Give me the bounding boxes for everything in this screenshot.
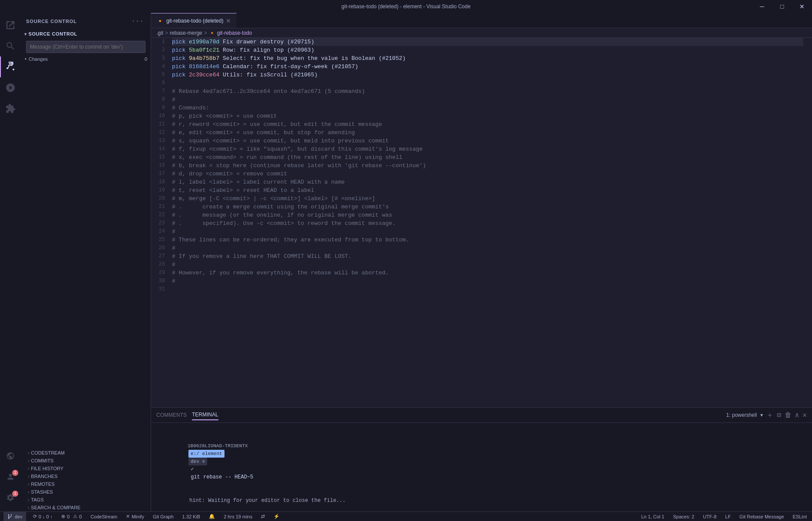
position-label: Ln 1, Col 1 — [641, 514, 664, 519]
sync-icon: ⟳ — [33, 514, 37, 519]
filesize-value: 1.32 KiB — [182, 514, 201, 519]
terminal-instance-dropdown[interactable]: ▾ — [760, 412, 763, 418]
activity-extensions[interactable] — [0, 98, 21, 119]
source-control-section-header[interactable]: ▾ SOURCE CONTROL — [21, 30, 151, 38]
status-bar: dev ⟳ 0 ↓ 0 ↑ ⊗ 0 ⚠ 0 CodeStream ✕ Minif… — [0, 511, 812, 521]
code-line-6 — [172, 79, 803, 87]
breadcrumb: .git > rebase-merge > 🔸 git-rebase-todo — [151, 28, 812, 38]
maximize-button[interactable]: □ — [772, 0, 792, 13]
terminal-add-button[interactable]: ＋ — [766, 411, 773, 420]
status-time[interactable]: 2 hrs 19 mins — [222, 512, 254, 521]
source-control-title: SOURCE CONTROL — [29, 31, 77, 36]
code-line-18: # l, label <label> = label current HEAD … — [172, 178, 803, 186]
activity-search[interactable] — [0, 36, 21, 56]
breadcrumb-file[interactable]: git-rebase-todo — [217, 30, 252, 36]
code-line-26: # — [172, 244, 803, 252]
code-line-22: # . message (or the oneline, if no origi… — [172, 211, 803, 219]
sidebar: SOURCE CONTROL ··· ▾ SOURCE CONTROL ▾ Ch… — [21, 13, 151, 511]
warning-icon: ⚠ — [73, 514, 77, 519]
sidebar-item-codestream[interactable]: › CODESTREAM — [21, 449, 151, 457]
terminal-trash-button[interactable]: 🗑 — [785, 411, 792, 419]
chevron-down-icon: ▾ — [24, 32, 27, 36]
tab-comments[interactable]: COMMENTS — [156, 410, 187, 420]
activity-remote[interactable] — [0, 445, 21, 466]
tab-terminal[interactable]: TERMINAL — [192, 410, 218, 420]
branches-label: BRANCHES — [31, 474, 57, 479]
status-gitgraph[interactable]: Git Graph — [151, 512, 175, 521]
remotes-chevron-icon: › — [28, 482, 29, 487]
status-sync[interactable]: ⟳ 0 ↓ 0 ↑ — [31, 512, 54, 521]
code-container[interactable]: 1 2 3 4 5 6 7 8 9 10 11 12 13 14 15 16 1… — [151, 38, 812, 407]
account-badge: 1 — [12, 470, 18, 476]
terminal-close-button[interactable]: ✕ — [802, 411, 807, 419]
terminal-content[interactable]: 1B0628LIONAD-TRIDENTX e:/ element dev ≡ … — [151, 423, 812, 511]
status-spaces[interactable]: Spaces: 2 — [671, 512, 696, 521]
code-line-17: # d, drop <commit> = remove commit — [172, 170, 803, 178]
code-line-19: # t, reset <label> = reset HEAD to a lab… — [172, 186, 803, 195]
eol-label: LF — [725, 514, 731, 519]
status-language[interactable]: Git Rebase Message — [738, 512, 786, 521]
status-eol[interactable]: LF — [723, 512, 733, 521]
code-line-24: # — [172, 228, 803, 236]
code-line-5: pick 2c39cce64 Utils: fix isScroll (#210… — [172, 71, 803, 79]
status-position[interactable]: Ln 1, Col 1 — [640, 512, 666, 521]
status-filesize[interactable]: 1.32 KiB — [181, 512, 202, 521]
code-line-14: # f, fixup <commit> = like "squash", but… — [172, 145, 803, 153]
commits-label: COMMITS — [31, 458, 53, 463]
search-compare-chevron-icon: › — [28, 505, 29, 510]
sidebar-item-search-compare[interactable]: › SEARCH & COMPARE — [21, 504, 151, 511]
sidebar-item-tags[interactable]: › TAGS — [21, 496, 151, 504]
activity-source-control[interactable] — [0, 56, 21, 77]
changes-section-header[interactable]: ▾ Changes 0 — [21, 56, 151, 63]
sidebar-item-stashes[interactable]: › STASHES — [21, 488, 151, 496]
breadcrumb-git[interactable]: .git — [156, 30, 163, 36]
commit-input-area — [21, 38, 151, 56]
warning-count: 0 — [79, 514, 82, 519]
status-bell[interactable]: 🔔 — [207, 512, 217, 521]
status-port[interactable]: ⇄ — [259, 512, 267, 521]
code-line-15: # x, exec <command> = run command (the r… — [172, 153, 803, 162]
tags-label: TAGS — [31, 497, 43, 502]
status-errors[interactable]: ⊗ 0 ⚠ 0 — [59, 512, 83, 521]
status-eslint[interactable]: ESLint — [791, 512, 809, 521]
status-branch[interactable]: dev — [3, 512, 26, 521]
branch-name: dev — [15, 514, 23, 519]
status-codestream[interactable]: CodeStream — [89, 512, 119, 521]
minimize-button[interactable]: ─ — [752, 0, 772, 13]
sidebar-item-commits[interactable]: › COMMITS — [21, 457, 151, 465]
activity-run-debug[interactable] — [0, 77, 21, 98]
activity-explorer[interactable] — [0, 15, 21, 36]
sidebar-item-remotes[interactable]: › REMOTES — [21, 480, 151, 488]
status-minify[interactable]: ✕ Minify — [124, 512, 146, 521]
active-tab[interactable]: 🔸 git-rebase-todo (deleted) ✕ — [151, 13, 237, 28]
gitgraph-label: Git Graph — [153, 514, 174, 519]
status-encoding[interactable]: UTF-8 — [701, 512, 718, 521]
sidebar-bottom-sections: › CODESTREAM › COMMITS › FILE HISTORY › … — [21, 449, 151, 511]
svg-point-1 — [13, 69, 14, 70]
sidebar-header: SOURCE CONTROL ··· — [21, 13, 151, 30]
terminal-controls: 1: powershell ▾ ＋ ⊟ 🗑 ∧ ✕ — [723, 411, 807, 420]
sidebar-item-branches[interactable]: › BRANCHES — [21, 472, 151, 480]
terminal-split-button[interactable]: ⊟ — [777, 411, 781, 419]
code-line-2: pick 5ba0f1c21 Row: fix align top (#2096… — [172, 46, 803, 54]
tab-close-button[interactable]: ✕ — [226, 17, 231, 24]
code-line-4: pick 8168d14e6 Calendar: fix first-day-o… — [172, 63, 803, 71]
terminal-maximize-button[interactable]: ∧ — [795, 411, 799, 419]
sync-status: 0 ↓ 0 ↑ — [39, 514, 53, 519]
activity-settings[interactable]: 1 — [0, 487, 21, 508]
terminal-host-1: 1B0628LIONAD-TRIDENTX — [188, 443, 248, 448]
line-numbers: 1 2 3 4 5 6 7 8 9 10 11 12 13 14 15 16 1… — [151, 38, 168, 407]
tab-file-icon: 🔸 — [156, 17, 164, 24]
breadcrumb-rebase-merge[interactable]: rebase-merge — [170, 30, 202, 36]
shield-icon: ⚡ — [274, 514, 280, 519]
close-button[interactable]: ✕ — [792, 0, 812, 13]
activity-account[interactable]: 1 — [0, 466, 21, 487]
file-history-chevron-icon: › — [28, 466, 29, 471]
code-editor[interactable]: pick e1990a70d Fix drawer destroy (#2071… — [168, 38, 812, 407]
more-actions-button[interactable]: ··· — [129, 16, 145, 26]
remotes-label: REMOTES — [31, 481, 54, 487]
branches-chevron-icon: › — [28, 474, 29, 479]
commit-message-input[interactable] — [26, 41, 145, 53]
sidebar-item-file-history[interactable]: › FILE HISTORY — [21, 465, 151, 472]
status-shield[interactable]: ⚡ — [272, 512, 281, 521]
